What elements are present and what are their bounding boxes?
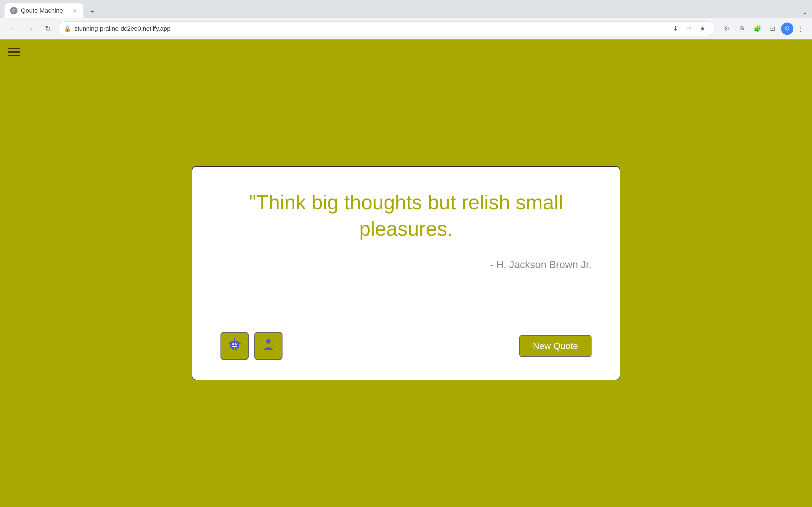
svg-rect-5 [232,346,237,347]
hamburger-line-3 [8,55,20,56]
chrome-menu-button[interactable]: ⋮ [795,22,806,35]
tumblr-icon [261,337,275,355]
quote-actions: New Quote [220,332,592,360]
browser-toolbar: ← → ↻ 🔒 stunning-praline-dc2ee0.netlify.… [0,18,812,40]
active-tab[interactable]: Q Qoute Machine × [4,3,84,18]
quote-container: "Think big thoughts but relish small ple… [0,40,812,507]
browser-frame: Q Qoute Machine × + ⌄ ← → ↻ 🔒 stunning-p… [0,0,812,507]
url-text: stunning-praline-dc2ee0.netlify.app [74,25,666,33]
new-quote-button[interactable]: New Quote [519,335,592,357]
tumblr-share-button[interactable] [254,332,283,360]
svg-point-7 [234,338,236,340]
back-button[interactable]: ← [6,21,20,36]
quote-author: - H. Jackson Brown Jr. [220,259,592,271]
hamburger-line-2 [8,51,20,53]
grammarly-icon[interactable]: B [735,22,749,36]
download-page-icon[interactable]: ⬇ [670,23,681,35]
twitter-icon [227,337,242,355]
quote-text: "Think big thoughts but relish small ple… [220,189,592,242]
tab-close-button[interactable]: × [72,6,78,15]
svg-rect-0 [231,341,239,348]
new-tab-button[interactable]: + [86,5,99,18]
share-buttons [220,332,283,360]
twitter-share-button[interactable] [220,332,249,360]
split-view-icon[interactable]: ⊡ [766,22,779,36]
reload-button[interactable]: ↻ [41,21,55,36]
svg-rect-8 [229,342,231,344]
svg-rect-9 [239,342,241,344]
puzzle-icon[interactable]: 🧩 [751,22,764,36]
hamburger-menu-button[interactable] [8,48,20,56]
forward-button[interactable]: → [23,21,38,36]
svg-point-12 [266,339,271,344]
tab-bar: Q Qoute Machine × + ⌄ [0,0,812,18]
svg-rect-10 [232,348,234,350]
lock-icon: 🔒 [64,25,71,32]
svg-rect-11 [235,348,238,350]
svg-point-3 [232,343,234,344]
tab-favicon: Q [10,7,17,14]
profile-button[interactable]: C [781,22,794,35]
toolbar-right-actions: ⚙ B 🧩 ⊡ C ⋮ [720,22,806,36]
bookmark-icon[interactable]: ☆ [683,23,695,35]
address-bar[interactable]: 🔒 stunning-praline-dc2ee0.netlify.app ⬇ … [58,21,714,36]
hamburger-line-1 [8,48,20,49]
tab-title: Qoute Machine [21,7,68,14]
svg-point-4 [236,343,237,344]
tab-expand-button[interactable]: ⌄ [802,8,808,18]
address-icons: ⬇ ☆ ★ [670,23,709,35]
star-icon[interactable]: ★ [697,23,709,35]
extensions-icon[interactable]: ⚙ [720,22,733,36]
quote-card: "Think big thoughts but relish small ple… [192,166,620,380]
page-content: "Think big thoughts but relish small ple… [0,40,812,507]
